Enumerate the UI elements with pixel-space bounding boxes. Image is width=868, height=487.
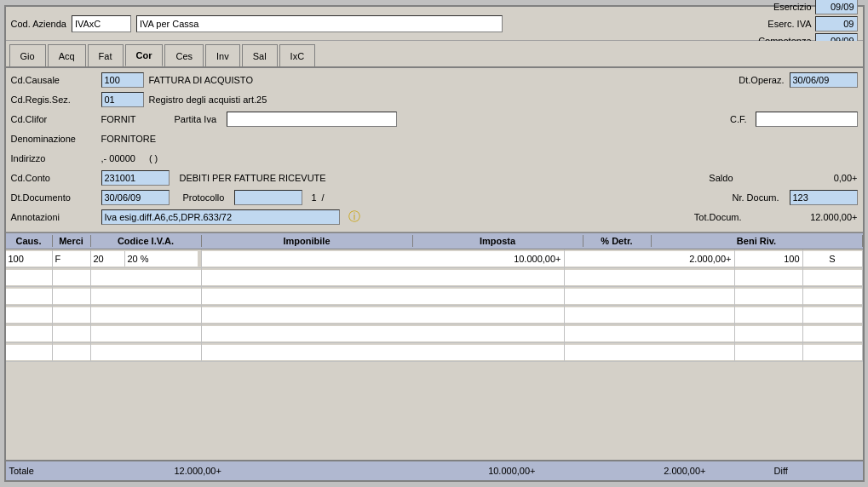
cell-imponibile-2 <box>202 268 565 286</box>
cell-merci-2 <box>53 268 91 286</box>
help-icon[interactable]: ⓘ <box>348 209 360 225</box>
cell-caus-2 <box>6 268 53 286</box>
tab-ixc[interactable]: IxC <box>279 44 316 66</box>
cell-detr-1 <box>735 249 803 267</box>
table-row <box>6 324 863 343</box>
indirizzo-value: ,- 00000 <box>101 153 135 163</box>
saldo-label: Saldo <box>709 173 733 183</box>
cd-causale-row: Cd.Causale FATTURA DI ACQUISTO Dt.Operaz… <box>11 72 858 89</box>
table-row <box>6 343 863 362</box>
cell-codiva-2 <box>91 268 202 286</box>
col-header-beniriv: Beni Riv. <box>652 235 863 247</box>
cd-conto-desc: DEBITI PER FATTURE RICEVUTE <box>180 173 326 183</box>
annotazioni-label: Annotazioni <box>11 212 96 222</box>
cd-causale-desc: FATTURA DI ACQUISTO <box>149 75 253 85</box>
input-merci-1[interactable] <box>53 251 90 266</box>
input-codiva-1[interactable] <box>91 251 125 266</box>
diff-label: Diff <box>774 466 859 476</box>
cd-causale-label: Cd.Causale <box>11 75 96 85</box>
esercizio-input[interactable] <box>815 0 858 14</box>
denominazione-value: FORNITORE <box>101 134 157 144</box>
cd-conto-label: Cd.Conto <box>11 173 96 183</box>
imponibile-total: 10.000,00+ <box>273 466 536 476</box>
cell-beniriv-2 <box>803 268 863 286</box>
cell-detr-2 <box>735 268 803 286</box>
input-caus-1[interactable] <box>6 251 52 266</box>
cd-regis-sez-row: Cd.Regis.Sez. Registro degli acquisti ar… <box>11 91 858 108</box>
cf-input[interactable] <box>756 112 858 127</box>
cd-regis-sez-input[interactable] <box>101 92 144 107</box>
protocollo-label: Protocollo <box>183 192 225 203</box>
form-area: Cd.Causale FATTURA DI ACQUISTO Dt.Operaz… <box>6 68 863 232</box>
cd-clifor-value: FORNIT <box>101 114 161 124</box>
dt-documento-row: Dt.Documento Protocollo 1 / Nr. Docum. <box>11 189 858 206</box>
input-detr-1[interactable] <box>735 251 802 266</box>
main-window: Cod. Azienda Esercizio Eserc. IVA Compet… <box>4 5 865 482</box>
table-row <box>6 268 863 287</box>
col-header-caus: Caus. <box>6 235 53 247</box>
esercizio-row: Esercizio <box>735 0 858 14</box>
cd-conto-input[interactable] <box>101 170 170 186</box>
cf-label: C.F. <box>730 114 747 124</box>
cell-merci-1 <box>53 249 91 267</box>
input-merci-2[interactable] <box>53 270 90 285</box>
tab-inv[interactable]: Inv <box>205 44 240 66</box>
eserc-iva-input[interactable] <box>815 16 858 32</box>
footer-row: Totale 12.000,00+ 10.000,00+ 2.000,00+ D… <box>6 460 863 480</box>
table-body <box>6 249 863 460</box>
company-name-input[interactable] <box>136 15 503 32</box>
denominazione-label: Denominazione <box>11 134 96 144</box>
col-header-imponibile: Imponibile <box>202 235 413 247</box>
cell-imposta-1 <box>565 249 735 267</box>
cd-conto-row: Cd.Conto DEBITI PER FATTURE RICEVUTE Sal… <box>11 169 858 186</box>
dt-documento-input[interactable] <box>101 190 170 205</box>
protocollo-suffix: / <box>322 192 325 203</box>
tab-acq[interactable]: Acq <box>48 44 86 66</box>
esercizio-label: Esercizio <box>735 2 812 12</box>
cell-imponibile-1 <box>202 249 565 267</box>
col-header-imposta: Imposta <box>413 235 583 247</box>
cd-clifor-row: Cd.Clifor FORNIT Partita Iva C.F. <box>11 111 858 128</box>
protocollo-input[interactable] <box>234 190 302 205</box>
denominazione-row: Denominazione FORNITORE <box>11 130 858 147</box>
tab-gio[interactable]: Gio <box>9 44 46 66</box>
nr-docum-input[interactable] <box>790 190 858 205</box>
saldo-value: 0,00+ <box>790 173 858 183</box>
cd-clifor-label: Cd.Clifor <box>11 114 96 124</box>
tab-fat[interactable]: Fat <box>88 44 124 66</box>
cd-regis-sez-label: Cd.Regis.Sez. <box>11 95 96 105</box>
table-section: Caus. Merci Codice I.V.A. Imponibile Imp… <box>6 232 863 480</box>
cell-codiva-1 <box>91 249 202 267</box>
cell-beniriv-1 <box>803 249 863 267</box>
tab-ces[interactable]: Ces <box>164 44 204 66</box>
indirizzo-label: Indirizzo <box>11 153 96 163</box>
annotazioni-input[interactable] <box>101 209 340 225</box>
nr-docum-label: Nr. Docum. <box>732 192 779 203</box>
table-row <box>6 249 863 268</box>
col-header-merci: Merci <box>53 235 91 247</box>
tab-row: Gio Acq Fat Cor Ces Inv Sal IxC <box>6 41 863 68</box>
header-row: Cod. Azienda Esercizio Eserc. IVA Compet… <box>6 7 863 41</box>
tot-docum-value: 12.000,00+ <box>781 212 858 222</box>
input-beniriv-1[interactable] <box>803 251 862 266</box>
partita-iva-input[interactable] <box>227 112 397 127</box>
imposta-total: 2.000,00+ <box>536 466 706 476</box>
table-row <box>6 287 863 306</box>
dt-documento-label: Dt.Documento <box>11 192 96 203</box>
eserc-iva-label: Eserc. IVA <box>735 19 812 29</box>
dt-operaz-label: Dt.Operaz. <box>739 75 784 85</box>
cd-causale-input[interactable] <box>101 72 144 88</box>
tot-docum-label: Tot.Docum. <box>694 212 742 222</box>
cod-azienda-label: Cod. Azienda <box>11 19 66 29</box>
tab-cor[interactable]: Cor <box>125 44 164 66</box>
cod-azienda-input[interactable] <box>72 15 131 32</box>
input-imponibile-1[interactable] <box>202 251 564 266</box>
partita-iva-label: Partita Iva <box>175 114 217 124</box>
totale-value: 12.000,00+ <box>136 466 221 476</box>
cell-caus-1 <box>6 249 53 267</box>
dt-operaz-input[interactable] <box>790 72 858 88</box>
input-imposta-1[interactable] <box>565 251 734 266</box>
input-caus-2[interactable] <box>6 270 52 285</box>
input-desc-1[interactable] <box>125 251 198 266</box>
tab-sal[interactable]: Sal <box>242 44 278 66</box>
